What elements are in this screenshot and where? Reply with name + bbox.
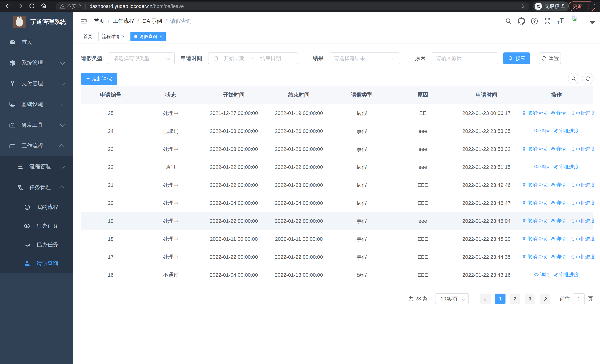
sidebar-item-done-tasks[interactable]: 已办任务 [0, 235, 73, 254]
github-icon[interactable] [518, 18, 525, 25]
page-button-1[interactable]: 1 [495, 294, 506, 304]
address-bar[interactable]: 不安全 dashboard.yudao.iocoder.cn/bpm/oa/le… [56, 2, 529, 10]
end-date-input[interactable]: 结束日期 [260, 55, 281, 62]
approval-progress-link[interactable]: 审批进度 [570, 218, 595, 224]
approval-progress-link[interactable]: 审批进度 [570, 253, 595, 260]
detail-link[interactable]: 详情 [551, 218, 566, 224]
home-icon[interactable] [40, 3, 47, 9]
tab-process-detail[interactable]: 流程详情 [98, 32, 128, 41]
table-cell: 22 [81, 158, 141, 176]
sidebar-item-workflow[interactable]: 工作流程 [0, 135, 73, 156]
page-size-value: 10条/页 [441, 295, 458, 302]
sidebar-item-system[interactable]: 系统管理 [0, 52, 73, 73]
reason-input[interactable]: 请输入原因 [431, 52, 498, 64]
table-search-toggle-button[interactable] [568, 73, 580, 84]
detail-link[interactable]: 详情 [551, 110, 566, 116]
detail-link[interactable]: 详情 [551, 146, 566, 152]
detail-link[interactable]: 详情 [551, 182, 566, 188]
top-navbar: 首页 / 工作流程 / OA 示例 / 请假查询 [73, 12, 600, 30]
reload-icon[interactable] [28, 3, 35, 9]
detail-link[interactable]: 详情 [551, 253, 566, 260]
url-host[interactable]: dashboard.yudao.iocoder.cn [90, 3, 152, 9]
tab-leave-query[interactable]: 请假查询 [131, 32, 166, 41]
sidebar-item-devtools[interactable]: 研发工具 [0, 115, 73, 135]
sidebar-item-my-process[interactable]: 我的流程 [0, 198, 73, 216]
page-size-select[interactable]: 10条/页 [435, 293, 469, 304]
close-icon[interactable] [159, 34, 162, 39]
result-select[interactable]: 请选择流结果 [329, 52, 400, 64]
cancel-leave-link[interactable]: 取消请假 [522, 218, 547, 224]
prev-page-button[interactable] [480, 294, 491, 304]
sidebar-item-payment[interactable]: 支付管理 [0, 73, 73, 94]
cancel-leave-link[interactable]: 取消请假 [522, 253, 547, 260]
search-button[interactable]: 搜索 [503, 52, 530, 64]
select-placeholder: 请选择流结果 [334, 55, 365, 62]
detail-link[interactable]: 详情 [551, 200, 566, 206]
breadcrumb-item[interactable]: 工作流程 [113, 18, 134, 25]
detail-link[interactable]: 详情 [551, 235, 566, 242]
url-path[interactable]: /bpm/oa/leave [152, 3, 184, 9]
leave-type-select[interactable]: 请选择请假类型 [108, 52, 175, 64]
col-reason: 原因 [392, 86, 453, 104]
tab-home[interactable]: 首页 [80, 32, 96, 41]
chevron-down-icon [60, 122, 65, 127]
cancel-leave-link[interactable]: 取消请假 [522, 200, 547, 206]
sidebar-item-task-mgmt[interactable]: 任务管理 [0, 177, 73, 198]
approval-progress-link[interactable]: 审批进度 [570, 146, 595, 152]
cancel-leave-link[interactable]: 取消请假 [522, 182, 547, 188]
update-label[interactable]: 更新 [573, 3, 583, 10]
security-label[interactable]: 不安全 [67, 3, 82, 10]
close-icon[interactable] [122, 34, 124, 39]
approval-progress-link[interactable]: 审批进度 [570, 235, 595, 242]
table-cell: 已取消 [141, 122, 201, 140]
approval-progress-link[interactable]: 审批进度 [570, 182, 595, 188]
breadcrumb-item[interactable]: OA 示例 [142, 18, 162, 25]
date-range-picker[interactable]: 开始日期 - 结束日期 [208, 52, 298, 64]
fullscreen-icon[interactable] [544, 18, 551, 25]
table-cell: 2022-01-22 23:45:29 [453, 230, 520, 248]
help-icon[interactable] [531, 18, 538, 25]
sidebar-item-leave-query[interactable]: 请假查询 [0, 254, 73, 273]
browser-menu-icon[interactable] [585, 3, 591, 10]
cancel-leave-link[interactable]: 取消请假 [522, 110, 547, 116]
sidebar-item-home[interactable]: 首页 [0, 32, 73, 52]
reset-button[interactable]: 重置 [539, 52, 561, 64]
approval-progress-link[interactable]: 审批进度 [553, 271, 579, 278]
search-icon[interactable] [505, 18, 512, 25]
breadcrumb-item[interactable]: 首页 [94, 18, 104, 25]
browser-update-button[interactable]: 更新 [569, 1, 595, 11]
approval-progress-link[interactable]: 审批进度 [553, 128, 579, 134]
start-date-input[interactable]: 开始日期 [224, 55, 244, 62]
date-separator: - [252, 56, 253, 61]
sidebar-item-infrastructure[interactable]: 基础设施 [0, 94, 73, 115]
approval-progress-link[interactable]: 审批进度 [553, 164, 579, 170]
avatar[interactable] [570, 14, 584, 28]
bookmark-star-icon[interactable] [520, 3, 525, 9]
table-cell: 婚假 [331, 266, 392, 284]
detail-link[interactable]: 详情 [534, 271, 550, 278]
detail-link[interactable]: 详情 [534, 164, 550, 170]
table-cell: 2022-01-22 00:00:00 [201, 212, 266, 230]
breadcrumb-separator: / [108, 18, 109, 24]
page-button-2[interactable]: 2 [510, 294, 520, 304]
search-icon [508, 56, 514, 61]
table-cell: 2022-01-22 00:00:00 [201, 158, 266, 176]
forward-icon[interactable] [17, 3, 23, 9]
cancel-leave-link[interactable]: 取消请假 [522, 235, 547, 242]
create-leave-button[interactable]: 发起请假 [81, 73, 117, 85]
back-icon[interactable] [5, 3, 11, 9]
font-size-icon[interactable] [557, 18, 564, 25]
avatar-caret-icon[interactable] [590, 21, 595, 24]
detail-link[interactable]: 详情 [534, 128, 550, 134]
sidebar-item-process-mgmt[interactable]: 流程管理 [0, 156, 73, 177]
table-refresh-button[interactable] [582, 73, 593, 84]
sidebar-item-todo-tasks[interactable]: 待办任务 [0, 216, 73, 235]
approval-progress-link[interactable]: 审批进度 [570, 110, 595, 116]
workflow-submenu: 流程管理 任务管理 我的流程 待办任务 已办 [0, 156, 73, 273]
cancel-leave-link[interactable]: 取消请假 [522, 146, 547, 152]
approval-progress-link[interactable]: 审批进度 [570, 200, 595, 206]
sidebar-collapse-icon[interactable] [80, 17, 87, 25]
page-button-3[interactable]: 3 [525, 294, 535, 304]
next-page-button[interactable] [540, 294, 550, 304]
goto-page-input[interactable] [573, 293, 585, 304]
